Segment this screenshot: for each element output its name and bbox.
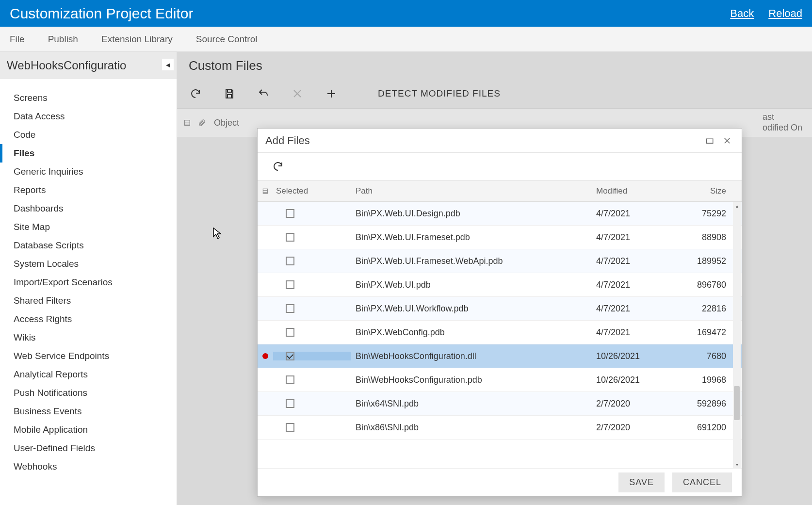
menu-file[interactable]: File (10, 34, 25, 45)
sidebar-item-user-defined-fields[interactable]: User-Defined Fields (0, 439, 177, 457)
row-path: Bin\PX.Web.UI.pdb (351, 280, 596, 290)
sidebar-item-import-export-scenarios[interactable]: Import/Export Scenarios (0, 273, 177, 292)
row-modified: 4/7/2021 (596, 209, 674, 219)
close-dialog-icon[interactable] (720, 134, 734, 147)
svg-rect-1 (706, 139, 713, 143)
row-checkbox[interactable] (286, 375, 294, 384)
col-handle[interactable] (258, 188, 273, 195)
row-checkbox[interactable] (286, 280, 294, 289)
row-checkbox[interactable] (286, 209, 294, 218)
row-size: 691200 (674, 423, 732, 433)
table-row[interactable]: Bin\PX.Web.UI.Workflow.pdb4/7/202122816 (258, 297, 742, 321)
table-row[interactable]: Bin\WebHooksConfiguration.pdb10/26/20211… (258, 368, 742, 392)
app-title: Customization Project Editor (10, 5, 730, 22)
sidebar-item-business-events[interactable]: Business Events (0, 402, 177, 421)
table-row[interactable]: Bin\PX.WebConfig.pdb4/7/2021169472 (258, 321, 742, 344)
sidebar-item-analytical-reports[interactable]: Analytical Reports (0, 365, 177, 384)
sidebar-item-reports[interactable]: Reports (0, 181, 177, 199)
sidebar-item-files[interactable]: Files (0, 144, 177, 163)
row-checkbox[interactable] (286, 257, 294, 265)
row-select-cell (273, 375, 351, 384)
scrollbar[interactable]: ▴ ▾ (733, 202, 741, 468)
row-size: 189952 (674, 256, 732, 266)
back-link[interactable]: Back (730, 7, 754, 20)
row-checkbox[interactable] (286, 328, 294, 337)
col-path[interactable]: Path (351, 186, 596, 196)
close-icon[interactable] (291, 87, 304, 100)
sidebar-item-push-notifications[interactable]: Push Notifications (0, 384, 177, 402)
table-row[interactable]: Bin\x64\SNI.pdb2/7/2020592896 (258, 392, 742, 416)
sidebar-item-mobile-application[interactable]: Mobile Application (0, 421, 177, 439)
sidebar-item-data-access[interactable]: Data Access (0, 107, 177, 126)
menu-publish[interactable]: Publish (48, 34, 78, 45)
undo-icon[interactable] (257, 87, 270, 100)
sidebar-item-code[interactable]: Code (0, 126, 177, 144)
row-path: Bin\PX.Web.UI.Workflow.pdb (351, 304, 596, 314)
sidebar: WebHooksConfiguratio ◂ ScreensData Acces… (0, 52, 177, 505)
grid-config-icon[interactable] (183, 118, 192, 127)
collapse-sidebar-icon[interactable]: ◂ (162, 59, 174, 70)
sidebar-item-wikis[interactable]: Wikis (0, 328, 177, 347)
row-size: 75292 (674, 209, 732, 219)
col-selected[interactable]: Selected (273, 186, 351, 196)
dialog-rows: Bin\PX.Web.UI.Design.pdb4/7/202175292Bin… (258, 202, 742, 468)
table-row[interactable]: Bin\PX.Web.UI.pdb4/7/2021896780 (258, 273, 742, 297)
sidebar-item-dashboards[interactable]: Dashboards (0, 199, 177, 218)
dialog-refresh-icon[interactable] (271, 160, 285, 173)
svg-rect-0 (185, 120, 190, 126)
page-title: Custom Files (177, 52, 812, 79)
refresh-icon[interactable] (189, 87, 202, 100)
table-row[interactable]: Bin\PX.Web.UI.Frameset.WebApi.pdb4/7/202… (258, 249, 742, 273)
sidebar-item-site-map[interactable]: Site Map (0, 218, 177, 236)
sidebar-item-generic-inquiries[interactable]: Generic Inquiries (0, 163, 177, 181)
row-select-cell (273, 328, 351, 337)
row-checkbox[interactable] (286, 399, 294, 408)
sidebar-item-web-service-endpoints[interactable]: Web Service Endpoints (0, 347, 177, 365)
cancel-button[interactable]: CANCEL (672, 472, 732, 492)
col-modified[interactable]: Modified (596, 186, 674, 196)
maximize-icon[interactable] (703, 134, 716, 147)
col-size[interactable]: Size (674, 186, 732, 196)
add-icon[interactable] (325, 87, 338, 100)
row-modified: 2/7/2020 (596, 399, 674, 409)
toolbar: DETECT MODIFIED FILES (177, 79, 812, 108)
row-select-cell (273, 304, 351, 313)
save-icon[interactable] (223, 87, 236, 100)
table-row[interactable]: Bin\PX.Web.UI.Design.pdb4/7/202175292 (258, 202, 742, 226)
sidebar-item-system-locales[interactable]: System Locales (0, 255, 177, 273)
detect-modified-button[interactable]: DETECT MODIFIED FILES (378, 88, 501, 99)
scroll-thumb[interactable] (734, 386, 740, 420)
menu-source[interactable]: Source Control (196, 34, 258, 45)
scroll-up-icon[interactable]: ▴ (733, 202, 741, 210)
row-checkbox[interactable] (286, 304, 294, 313)
reload-link[interactable]: Reload (768, 7, 802, 20)
table-row[interactable]: Bin\x86\SNI.pdb2/7/2020691200 (258, 416, 742, 440)
row-modified: 4/7/2021 (596, 280, 674, 290)
table-row[interactable]: Bin\PX.Web.UI.Frameset.pdb4/7/202188908 (258, 226, 742, 249)
scroll-down-icon[interactable]: ▾ (733, 460, 741, 468)
sidebar-item-screens[interactable]: Screens (0, 89, 177, 107)
sidebar-item-shared-filters[interactable]: Shared Filters (0, 292, 177, 310)
add-files-dialog: Add Files Selected Path Modified Size Bi… (257, 128, 742, 497)
menu-extension[interactable]: Extension Library (101, 34, 173, 45)
table-row[interactable]: Bin\WebHooksConfiguration.dll10/26/20217… (258, 344, 742, 368)
row-modified: 4/7/2021 (596, 232, 674, 243)
save-button[interactable]: SAVE (618, 472, 665, 492)
row-modified: 4/7/2021 (596, 304, 674, 314)
attachment-icon[interactable] (197, 118, 206, 127)
row-modified: 10/26/2021 (596, 351, 674, 361)
row-checkbox[interactable] (286, 352, 294, 360)
row-checkbox[interactable] (286, 233, 294, 242)
sidebar-item-database-scripts[interactable]: Database Scripts (0, 236, 177, 255)
row-select-cell (273, 423, 351, 432)
row-select-cell (273, 352, 351, 360)
sidebar-item-access-rights[interactable]: Access Rights (0, 310, 177, 328)
row-select-cell (273, 209, 351, 218)
sidebar-item-webhooks[interactable]: Webhooks (0, 457, 177, 476)
sidebar-nav: ScreensData AccessCodeFilesGeneric Inqui… (0, 79, 177, 476)
row-checkbox[interactable] (286, 423, 294, 432)
dialog-grid: Selected Path Modified Size Bin\PX.Web.U… (258, 180, 742, 468)
col-object: Object (214, 118, 239, 128)
dialog-footer: SAVE CANCEL (258, 468, 742, 496)
row-path: Bin\x64\SNI.pdb (351, 399, 596, 409)
